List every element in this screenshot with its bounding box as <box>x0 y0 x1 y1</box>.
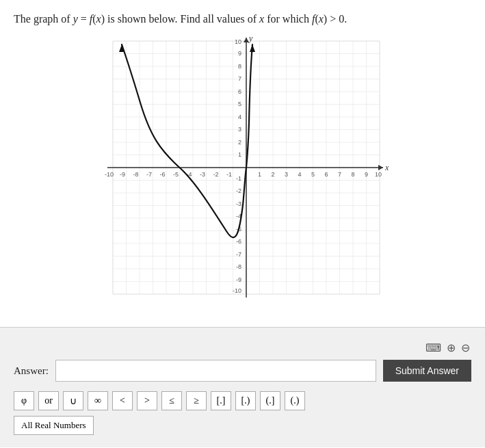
bracket-paren-paren-button[interactable]: (.) <box>285 391 305 410</box>
infinity-button[interactable]: ∞ <box>88 391 108 410</box>
union-button[interactable]: ∪ <box>63 391 83 410</box>
svg-text:9: 9 <box>364 171 367 178</box>
svg-text:3: 3 <box>237 126 241 133</box>
svg-text:-6: -6 <box>235 238 241 245</box>
graph-container: x y -1 -2 -3 -4 -5 -6 -7 -8 -9 -10 1 2 3… <box>14 34 471 308</box>
answer-row: Answer: Submit Answer <box>14 360 471 382</box>
svg-text:-2: -2 <box>213 171 218 178</box>
svg-text:4: 4 <box>298 171 301 178</box>
svg-text:-3: -3 <box>199 171 205 178</box>
svg-text:10: 10 <box>234 38 241 45</box>
svg-text:2: 2 <box>271 171 274 178</box>
all-real-numbers-button[interactable]: All Real Numbers <box>14 416 94 435</box>
answer-input[interactable] <box>55 360 376 382</box>
svg-text:-9: -9 <box>119 171 124 178</box>
svg-text:8: 8 <box>351 171 354 178</box>
svg-text:-10: -10 <box>232 287 241 294</box>
svg-text:7: 7 <box>337 171 341 178</box>
question-area: The graph of y = f(x) is shown below. Fi… <box>0 0 485 315</box>
bracket-sq-sq-button[interactable]: [.] <box>211 391 231 410</box>
toolbar-row: φ or ∪ ∞ < > ≤ ≥ [.] [.) (.] (.) <box>14 391 471 410</box>
keyboard-icon[interactable]: ⌨ <box>424 340 443 356</box>
svg-text:-6: -6 <box>159 171 165 178</box>
zoom-out-icon[interactable]: ⊖ <box>460 340 471 356</box>
svg-text:6: 6 <box>237 88 241 95</box>
svg-text:-1: -1 <box>226 171 231 178</box>
coordinate-graph: x y -1 -2 -3 -4 -5 -6 -7 -8 -9 -10 1 2 3… <box>92 34 393 308</box>
svg-text:2: 2 <box>237 139 241 146</box>
all-real-numbers-row: All Real Numbers <box>14 416 471 435</box>
svg-text:-1: -1 <box>235 175 241 182</box>
svg-text:4: 4 <box>237 114 241 120</box>
bracket-paren-sq-button[interactable]: (.] <box>260 391 280 410</box>
svg-text:-7: -7 <box>235 251 241 258</box>
svg-text:7: 7 <box>237 75 241 82</box>
answer-label: Answer: <box>14 365 49 377</box>
svg-text:5: 5 <box>237 101 241 107</box>
top-right-icons: ⌨ ⊕ ⊖ <box>14 340 471 356</box>
svg-marker-46 <box>244 38 249 42</box>
svg-text:-9: -9 <box>235 276 241 283</box>
svg-text:-8: -8 <box>235 263 241 270</box>
leq-button[interactable]: ≤ <box>161 391 182 410</box>
or-button[interactable]: or <box>38 391 59 410</box>
question-text: The graph of y = f(x) is shown below. Fi… <box>14 11 471 27</box>
svg-marker-44 <box>378 165 383 170</box>
svg-text:9: 9 <box>237 50 241 57</box>
svg-text:10: 10 <box>374 171 381 178</box>
geq-button[interactable]: ≥ <box>186 391 207 410</box>
svg-text:y: y <box>248 34 253 43</box>
zoom-in-icon[interactable]: ⊕ <box>445 340 457 356</box>
svg-text:1: 1 <box>237 151 241 158</box>
svg-text:8: 8 <box>237 63 241 70</box>
svg-text:-5: -5 <box>172 171 178 178</box>
phi-button[interactable]: φ <box>14 391 34 410</box>
svg-text:-8: -8 <box>133 171 138 178</box>
svg-text:5: 5 <box>311 171 314 178</box>
svg-text:-3: -3 <box>235 200 241 207</box>
svg-text:x: x <box>384 163 389 172</box>
answer-panel: ⌨ ⊕ ⊖ Answer: Submit Answer φ or ∪ ∞ < >… <box>0 327 485 447</box>
greater-than-button[interactable]: > <box>137 391 157 410</box>
svg-text:3: 3 <box>284 171 287 178</box>
svg-text:1: 1 <box>257 171 261 178</box>
less-than-button[interactable]: < <box>112 391 133 410</box>
bracket-sq-paren-button[interactable]: [.) <box>235 391 256 410</box>
svg-text:-7: -7 <box>146 171 151 178</box>
svg-text:6: 6 <box>324 171 328 178</box>
submit-button[interactable]: Submit Answer <box>383 360 471 382</box>
svg-text:-2: -2 <box>235 187 241 194</box>
svg-text:-10: -10 <box>104 171 113 178</box>
